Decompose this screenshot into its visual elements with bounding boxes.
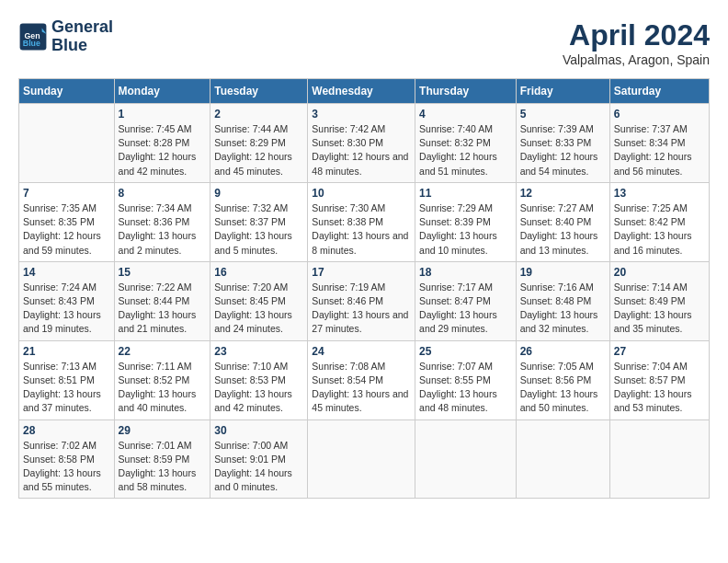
day-cell: 27Sunrise: 7:04 AMSunset: 8:57 PMDayligh… <box>609 340 709 419</box>
day-cell: 20Sunrise: 7:14 AMSunset: 8:49 PMDayligh… <box>609 261 709 340</box>
day-info: Sunrise: 7:01 AMSunset: 8:59 PMDaylight:… <box>119 439 207 495</box>
day-number: 4 <box>419 108 512 121</box>
day-info: Sunrise: 7:04 AMSunset: 8:57 PMDaylight:… <box>614 360 705 416</box>
day-number: 18 <box>419 266 512 279</box>
subtitle: Valpalmas, Aragon, Spain <box>563 52 710 67</box>
day-number: 19 <box>520 266 606 279</box>
day-cell: 14Sunrise: 7:24 AMSunset: 8:43 PMDayligh… <box>19 261 115 340</box>
week-row-5: 28Sunrise: 7:02 AMSunset: 8:58 PMDayligh… <box>19 419 710 499</box>
day-number: 10 <box>312 187 411 200</box>
column-header-thursday: Thursday <box>415 79 517 104</box>
day-cell <box>516 419 609 499</box>
day-info: Sunrise: 7:40 AMSunset: 8:32 PMDaylight:… <box>419 122 512 178</box>
day-info: Sunrise: 7:10 AMSunset: 8:53 PMDaylight:… <box>214 360 303 416</box>
day-cell: 8Sunrise: 7:34 AMSunset: 8:36 PMDaylight… <box>114 182 210 261</box>
logo-icon: Gen Blue <box>18 22 48 52</box>
main-title: April 2024 <box>563 18 710 52</box>
day-info: Sunrise: 7:37 AMSunset: 8:34 PMDaylight:… <box>614 122 705 178</box>
day-info: Sunrise: 7:20 AMSunset: 8:45 PMDaylight:… <box>214 281 303 337</box>
calendar-body: 1Sunrise: 7:45 AMSunset: 8:28 PMDaylight… <box>19 104 710 499</box>
day-info: Sunrise: 7:05 AMSunset: 8:56 PMDaylight:… <box>520 360 606 416</box>
day-info: Sunrise: 7:22 AMSunset: 8:44 PMDaylight:… <box>119 281 207 337</box>
week-row-3: 14Sunrise: 7:24 AMSunset: 8:43 PMDayligh… <box>19 261 710 340</box>
day-cell: 12Sunrise: 7:27 AMSunset: 8:40 PMDayligh… <box>516 182 609 261</box>
day-number: 15 <box>119 266 207 279</box>
day-number: 27 <box>614 345 705 358</box>
column-header-sunday: Sunday <box>19 79 115 104</box>
day-number: 12 <box>520 187 606 200</box>
title-area: April 2024 Valpalmas, Aragon, Spain <box>563 18 710 67</box>
day-cell: 1Sunrise: 7:45 AMSunset: 8:28 PMDaylight… <box>114 104 210 183</box>
day-cell <box>609 419 709 499</box>
day-number: 7 <box>23 187 110 200</box>
day-info: Sunrise: 7:14 AMSunset: 8:49 PMDaylight:… <box>614 281 705 337</box>
day-info: Sunrise: 7:29 AMSunset: 8:39 PMDaylight:… <box>419 201 512 258</box>
day-info: Sunrise: 7:11 AMSunset: 8:52 PMDaylight:… <box>119 360 207 416</box>
calendar-header: SundayMondayTuesdayWednesdayThursdayFrid… <box>19 79 710 104</box>
day-cell: 17Sunrise: 7:19 AMSunset: 8:46 PMDayligh… <box>308 261 415 340</box>
day-info: Sunrise: 7:34 AMSunset: 8:36 PMDaylight:… <box>119 201 207 258</box>
day-number: 14 <box>23 266 110 279</box>
day-cell: 26Sunrise: 7:05 AMSunset: 8:56 PMDayligh… <box>516 340 609 419</box>
day-info: Sunrise: 7:16 AMSunset: 8:48 PMDaylight:… <box>520 281 606 337</box>
day-number: 9 <box>214 187 303 200</box>
day-number: 6 <box>614 108 705 121</box>
day-cell: 2Sunrise: 7:44 AMSunset: 8:29 PMDaylight… <box>210 104 308 183</box>
day-number: 25 <box>419 345 512 358</box>
day-number: 17 <box>312 266 411 279</box>
calendar-table: SundayMondayTuesdayWednesdayThursdayFrid… <box>18 78 710 499</box>
day-cell: 10Sunrise: 7:30 AMSunset: 8:38 PMDayligh… <box>308 182 415 261</box>
day-number: 5 <box>520 108 606 121</box>
day-number: 21 <box>23 345 110 358</box>
day-info: Sunrise: 7:32 AMSunset: 8:37 PMDaylight:… <box>214 201 303 258</box>
day-number: 20 <box>614 266 705 279</box>
day-number: 23 <box>214 345 303 358</box>
day-number: 3 <box>312 108 411 121</box>
day-cell <box>415 419 517 499</box>
logo-text-line1: General <box>51 18 113 37</box>
week-row-4: 21Sunrise: 7:13 AMSunset: 8:51 PMDayligh… <box>19 340 710 419</box>
day-cell: 30Sunrise: 7:00 AMSunset: 9:01 PMDayligh… <box>210 419 308 499</box>
day-cell: 25Sunrise: 7:07 AMSunset: 8:55 PMDayligh… <box>415 340 517 419</box>
week-row-2: 7Sunrise: 7:35 AMSunset: 8:35 PMDaylight… <box>19 182 710 261</box>
day-info: Sunrise: 7:24 AMSunset: 8:43 PMDaylight:… <box>23 281 110 337</box>
day-number: 24 <box>312 345 411 358</box>
day-info: Sunrise: 7:17 AMSunset: 8:47 PMDaylight:… <box>419 281 512 337</box>
day-info: Sunrise: 7:19 AMSunset: 8:46 PMDaylight:… <box>312 281 411 337</box>
day-number: 13 <box>614 187 705 200</box>
day-number: 30 <box>214 424 303 437</box>
day-cell: 3Sunrise: 7:42 AMSunset: 8:30 PMDaylight… <box>308 104 415 183</box>
column-header-wednesday: Wednesday <box>308 79 415 104</box>
day-cell: 16Sunrise: 7:20 AMSunset: 8:45 PMDayligh… <box>210 261 308 340</box>
column-header-monday: Monday <box>114 79 210 104</box>
day-info: Sunrise: 7:42 AMSunset: 8:30 PMDaylight:… <box>312 122 411 178</box>
day-cell: 6Sunrise: 7:37 AMSunset: 8:34 PMDaylight… <box>609 104 709 183</box>
day-number: 26 <box>520 345 606 358</box>
day-info: Sunrise: 7:13 AMSunset: 8:51 PMDaylight:… <box>23 360 110 416</box>
day-cell: 5Sunrise: 7:39 AMSunset: 8:33 PMDaylight… <box>516 104 609 183</box>
day-cell: 28Sunrise: 7:02 AMSunset: 8:58 PMDayligh… <box>19 419 115 499</box>
day-info: Sunrise: 7:02 AMSunset: 8:58 PMDaylight:… <box>23 439 110 495</box>
day-number: 22 <box>119 345 207 358</box>
day-number: 16 <box>214 266 303 279</box>
column-header-friday: Friday <box>516 79 609 104</box>
day-cell: 22Sunrise: 7:11 AMSunset: 8:52 PMDayligh… <box>114 340 210 419</box>
day-number: 2 <box>214 108 303 121</box>
day-info: Sunrise: 7:25 AMSunset: 8:42 PMDaylight:… <box>614 201 705 258</box>
header-row: SundayMondayTuesdayWednesdayThursdayFrid… <box>19 79 710 104</box>
day-info: Sunrise: 7:30 AMSunset: 8:38 PMDaylight:… <box>312 201 411 258</box>
day-number: 1 <box>119 108 207 121</box>
day-info: Sunrise: 7:08 AMSunset: 8:54 PMDaylight:… <box>312 360 411 416</box>
day-number: 28 <box>23 424 110 437</box>
day-cell: 21Sunrise: 7:13 AMSunset: 8:51 PMDayligh… <box>19 340 115 419</box>
day-number: 8 <box>119 187 207 200</box>
day-cell: 23Sunrise: 7:10 AMSunset: 8:53 PMDayligh… <box>210 340 308 419</box>
day-cell <box>19 104 115 183</box>
day-number: 29 <box>119 424 207 437</box>
day-cell: 7Sunrise: 7:35 AMSunset: 8:35 PMDaylight… <box>19 182 115 261</box>
page-header: Gen Blue General Blue April 2024 Valpalm… <box>18 18 710 67</box>
column-header-tuesday: Tuesday <box>210 79 308 104</box>
svg-text:Blue: Blue <box>23 39 40 48</box>
logo-text-line2: Blue <box>51 37 113 55</box>
day-cell: 24Sunrise: 7:08 AMSunset: 8:54 PMDayligh… <box>308 340 415 419</box>
